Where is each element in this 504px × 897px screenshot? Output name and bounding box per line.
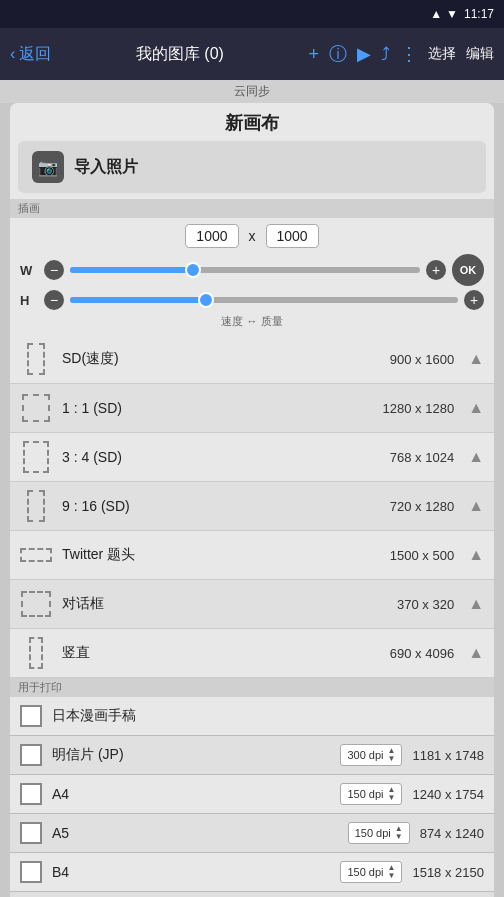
select-button[interactable]: 选择 (428, 45, 456, 63)
import-section[interactable]: 📷 导入照片 (18, 141, 486, 193)
status-icons: ▲ ▼ (430, 7, 458, 21)
b4-name: B4 (52, 864, 330, 880)
b4-checkbox[interactable] (20, 861, 42, 883)
preset-thumb-34 (23, 441, 49, 473)
a5-dpi-value: 150 dpi (355, 827, 391, 839)
height-increase-button[interactable]: + (464, 290, 484, 310)
preset-item-twitter[interactable]: Twitter 题头 1500 x 500 ▲ (10, 531, 494, 580)
canvas-size-display: 1000 x 1000 (20, 224, 484, 248)
preset-name-twitter: Twitter 题头 (62, 546, 380, 564)
cloud-sync-bar: 云同步 (0, 80, 504, 103)
nav-title: 我的图库 (0) (51, 44, 308, 65)
a4-dpi-down[interactable]: ▼ (388, 794, 396, 802)
a5-name: A5 (52, 825, 338, 841)
width-decrease-button[interactable]: − (44, 260, 64, 280)
preset-thumb-dialog (21, 591, 51, 617)
a5-dpi[interactable]: 150 dpi ▲ ▼ (348, 822, 410, 844)
preset-item-11[interactable]: 1 : 1 (SD) 1280 x 1280 ▲ (10, 384, 494, 433)
b4-dpi-down[interactable]: ▼ (388, 872, 396, 880)
ok-button[interactable]: OK (452, 254, 484, 286)
b4-size: 1518 x 2150 (412, 865, 484, 880)
preset-size-vertical: 690 x 4096 (390, 646, 454, 661)
menu-button[interactable]: ⋮ (400, 43, 418, 65)
preset-arrow-916: ▲ (468, 497, 484, 515)
new-canvas-dialog: 新画布 📷 导入照片 插画 1000 x 1000 W − + OK H − (10, 103, 494, 897)
back-arrow-icon: ‹ (10, 45, 15, 63)
back-button[interactable]: ‹ 返回 (10, 44, 51, 65)
print-item-a4[interactable]: A4 150 dpi ▲ ▼ 1240 x 1754 (10, 775, 494, 814)
preset-arrow-sd: ▲ (468, 350, 484, 368)
preset-item-vertical[interactable]: 竖直 690 x 4096 ▲ (10, 629, 494, 678)
preset-thumb-vertical (29, 637, 43, 669)
play-button[interactable]: ▶ (357, 43, 371, 65)
height-display[interactable]: 1000 (266, 224, 319, 248)
a4-name: A4 (52, 786, 330, 802)
postcard-checkbox[interactable] (20, 744, 42, 766)
preset-size-34: 768 x 1024 (390, 450, 454, 465)
width-slider[interactable] (70, 267, 420, 273)
preset-size-sd: 900 x 1600 (390, 352, 454, 367)
preset-item-916[interactable]: 9 : 16 (SD) 720 x 1280 ▲ (10, 482, 494, 531)
a4-checkbox[interactable] (20, 783, 42, 805)
print-item-b4[interactable]: B4 150 dpi ▲ ▼ 1518 x 2150 (10, 853, 494, 892)
preset-size-916: 720 x 1280 (390, 499, 454, 514)
width-increase-button[interactable]: + (426, 260, 446, 280)
preset-arrow-11: ▲ (468, 399, 484, 417)
preset-name-sd: SD(速度) (62, 350, 380, 368)
height-slider-row: H − + (20, 290, 484, 310)
preset-item-sd[interactable]: SD(速度) 900 x 1600 ▲ (10, 335, 494, 384)
preset-name-11: 1 : 1 (SD) (62, 400, 373, 416)
height-label: H (20, 293, 38, 308)
preset-item-34[interactable]: 3 : 4 (SD) 768 x 1024 ▲ (10, 433, 494, 482)
a5-size: 874 x 1240 (420, 826, 484, 841)
status-bar: ▲ ▼ 11:17 (0, 0, 504, 28)
a4-dpi[interactable]: 150 dpi ▲ ▼ (340, 783, 402, 805)
preset-name-916: 9 : 16 (SD) (62, 498, 380, 514)
postcard-dpi[interactable]: 300 dpi ▲ ▼ (340, 744, 402, 766)
width-display[interactable]: 1000 (185, 224, 238, 248)
back-label: 返回 (19, 44, 51, 65)
preset-size-twitter: 1500 x 500 (390, 548, 454, 563)
top-nav: ‹ 返回 我的图库 (0) + ⓘ ▶ ⤴ ⋮ 选择 编辑 (0, 28, 504, 80)
preset-size-dialog: 370 x 320 (397, 597, 454, 612)
print-item-manga[interactable]: 日本漫画手稿 (10, 697, 494, 736)
signal-icon: ▼ (446, 7, 458, 21)
preset-name-34: 3 : 4 (SD) (62, 449, 380, 465)
preset-list: SD(速度) 900 x 1600 ▲ 1 : 1 (SD) 1280 x 12… (10, 335, 494, 678)
add-button[interactable]: + (308, 44, 319, 65)
manga-checkbox[interactable] (20, 705, 42, 727)
import-icon: 📷 (32, 151, 64, 183)
print-item-a5[interactable]: A5 150 dpi ▲ ▼ 874 x 1240 (10, 814, 494, 853)
height-decrease-button[interactable]: − (44, 290, 64, 310)
height-slider[interactable] (70, 297, 458, 303)
preset-thumb-11 (22, 394, 50, 422)
a5-checkbox[interactable] (20, 822, 42, 844)
a5-dpi-down[interactable]: ▼ (395, 833, 403, 841)
print-item-postcard[interactable]: 明信片 (JP) 300 dpi ▲ ▼ 1181 x 1748 (10, 736, 494, 775)
canvas-controls: 1000 x 1000 W − + OK H − + 速度 ↔ 质量 (10, 218, 494, 335)
width-slider-row: W − + OK (20, 254, 484, 286)
postcard-dpi-down[interactable]: ▼ (388, 755, 396, 763)
width-label: W (20, 263, 38, 278)
postcard-name: 明信片 (JP) (52, 746, 330, 764)
preset-thumb-sd (27, 343, 45, 375)
size-separator: x (249, 228, 256, 244)
info-button[interactable]: ⓘ (329, 42, 347, 66)
postcard-dpi-value: 300 dpi (347, 749, 383, 761)
speed-quality-label: 速度 ↔ 质量 (20, 314, 484, 329)
preset-arrow-vertical: ▲ (468, 644, 484, 662)
preset-name-vertical: 竖直 (62, 644, 380, 662)
preset-arrow-dialog: ▲ (468, 595, 484, 613)
print-section-label: 用于打印 (10, 678, 494, 697)
b4-dpi[interactable]: 150 dpi ▲ ▼ (340, 861, 402, 883)
preset-item-dialog[interactable]: 对话框 370 x 320 ▲ (10, 580, 494, 629)
share-button[interactable]: ⤴ (381, 44, 390, 65)
dialog-title: 新画布 (10, 103, 494, 141)
b4-dpi-value: 150 dpi (347, 866, 383, 878)
preset-thumb-916 (27, 490, 45, 522)
print-item-b5[interactable]: B5 150 dpi ▲ ▼ 1075 x 1518 (10, 892, 494, 897)
status-time: 11:17 (464, 7, 494, 21)
manga-name: 日本漫画手稿 (52, 707, 484, 725)
edit-button[interactable]: 编辑 (466, 45, 494, 63)
preset-size-11: 1280 x 1280 (383, 401, 455, 416)
